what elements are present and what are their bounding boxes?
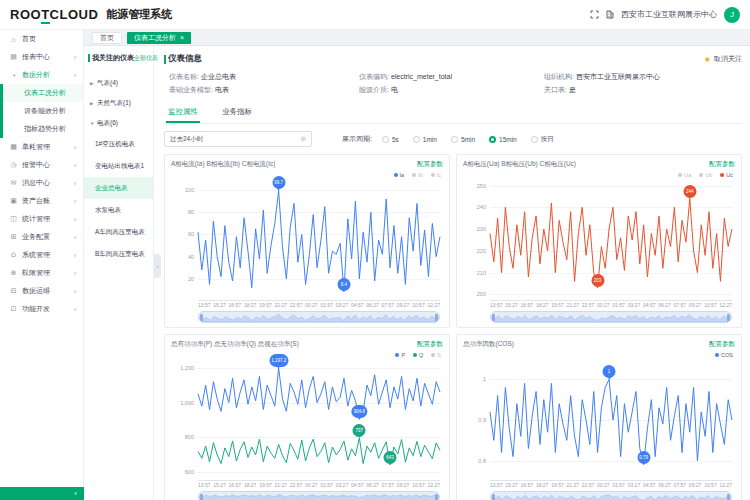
chevron-down-icon: ∨ bbox=[73, 270, 77, 276]
sidebar-item-indicator-trend[interactable]: 指标趋势分析 bbox=[3, 120, 83, 138]
building-icon bbox=[606, 10, 614, 19]
chart-header: A相电流(Ia) B相电流(Ib) C相电流(Ic)配置参数 bbox=[171, 159, 443, 170]
tab-meter-analysis[interactable]: 仪表工况分析 × bbox=[127, 32, 191, 44]
field-value: 是 bbox=[569, 86, 576, 93]
legend-item-Q[interactable]: Q bbox=[413, 352, 423, 358]
datazoom-slider[interactable] bbox=[490, 491, 732, 500]
legend-item-Ib[interactable]: Ib bbox=[412, 172, 423, 178]
legend-item-S[interactable]: S bbox=[431, 352, 441, 358]
green-bar bbox=[164, 55, 166, 64]
permission-icon: ⊕ bbox=[9, 269, 18, 277]
legend-item-Ua[interactable]: Ua bbox=[678, 172, 691, 178]
tree-leaf[interactable]: 变电站出线电表1 bbox=[84, 155, 153, 177]
avatar[interactable]: J bbox=[724, 7, 740, 23]
time-range-select[interactable]: 过去24小时 ⊗ bbox=[164, 131, 312, 147]
sidebar-item-system[interactable]: ⊙系统管理∨ bbox=[0, 246, 83, 264]
period-radio-5min[interactable]: 5min bbox=[451, 135, 475, 144]
period-radio-按日[interactable]: 按日 bbox=[531, 135, 554, 144]
configure-params-link[interactable]: 配置参数 bbox=[709, 340, 735, 349]
datazoom-handle-left[interactable] bbox=[200, 494, 203, 500]
sidebar-item-data-ops[interactable]: ⊟数据运维∨ bbox=[0, 282, 83, 300]
configure-params-link[interactable]: 配置参数 bbox=[417, 340, 443, 349]
configure-params-link[interactable]: 配置参数 bbox=[709, 160, 735, 169]
y-axis-label: 40 bbox=[171, 254, 194, 260]
period-radio-label: 按日 bbox=[541, 135, 554, 144]
period-radio-1min[interactable]: 1min bbox=[413, 135, 437, 144]
x-tick-label: 06:27 bbox=[366, 482, 379, 488]
tab-home[interactable]: 首页 bbox=[92, 32, 122, 44]
x-tick-label: 18:27 bbox=[244, 302, 257, 308]
sidebar-item-message-center[interactable]: ✉消息中心∨ bbox=[0, 174, 83, 192]
tree-leaf[interactable]: 1#空压机电表 bbox=[84, 133, 153, 155]
legend-item-P[interactable]: P bbox=[395, 352, 405, 358]
legend-item-Ia[interactable]: Ia bbox=[394, 172, 405, 178]
sidebar-item-unit-consumption[interactable]: ▦单耗管理∨ bbox=[0, 138, 83, 156]
datazoom-handle-right[interactable] bbox=[435, 494, 438, 500]
tab-business-metrics[interactable]: 业务指标 bbox=[220, 104, 254, 123]
datazoom-handle-left[interactable] bbox=[492, 494, 495, 500]
sidebar-item-asset-ledger[interactable]: ▣资产台账∨ bbox=[0, 192, 83, 210]
x-tick-label: 12:27 bbox=[719, 482, 732, 488]
datazoom-slider[interactable] bbox=[198, 491, 440, 500]
datazoom-slider[interactable] bbox=[490, 311, 732, 323]
sidebar-item-meter-condition[interactable]: 仪表工况分析 bbox=[3, 84, 83, 102]
x-tick-label: 07:57 bbox=[674, 482, 687, 488]
sidebar-item-label: 功能开发 bbox=[22, 304, 73, 314]
tree-group[interactable]: ▶天然气表(1) bbox=[88, 93, 150, 113]
sidebar-item-device-efficiency[interactable]: 设备能效分析 bbox=[3, 102, 83, 120]
period-radio-5s[interactable]: 5s bbox=[382, 135, 399, 144]
chart-legend: COS bbox=[463, 350, 733, 359]
field-label: 关口表: bbox=[544, 86, 569, 93]
legend-item-Uc[interactable]: Uc bbox=[720, 172, 733, 178]
chevron-down-icon: ∨ bbox=[73, 162, 77, 168]
configure-params-link[interactable]: 配置参数 bbox=[417, 160, 443, 169]
marker-pin-min: 8.4 bbox=[337, 278, 350, 291]
x-axis-labels: 13:5715:2716:5718:2719:5721:2722:5700:27… bbox=[198, 481, 440, 489]
chart-card-3: 总有功功率(P) 总无功功率(Q) 总视在功率(S)配置参数PQS1,2001,… bbox=[164, 334, 450, 500]
chart-plot: 250240230220210200244203 bbox=[490, 179, 732, 301]
sidebar-item-report-center[interactable]: ▤报表中心∨ bbox=[0, 48, 83, 66]
sidebar-item-permission[interactable]: ⊕权限管理∨ bbox=[0, 264, 83, 282]
marker-pin-max: 99.7 bbox=[272, 176, 285, 189]
period-radio-15min[interactable]: 15min bbox=[489, 135, 517, 144]
legend-dot bbox=[395, 353, 399, 357]
tree-group[interactable]: ▼电表(6) bbox=[88, 113, 150, 133]
x-tick-label: 01:57 bbox=[320, 302, 333, 308]
org-name[interactable]: 西安市工业互联网展示中心 bbox=[621, 9, 717, 20]
datazoom-handle-left[interactable] bbox=[492, 314, 495, 322]
tree-leaf[interactable]: 企业总电表 bbox=[84, 177, 153, 199]
datazoom-handle-right[interactable] bbox=[727, 314, 730, 322]
clear-icon[interactable]: ⊗ bbox=[300, 135, 306, 143]
sidebar-item-alarm-center[interactable]: ◷报警中心∨ bbox=[0, 156, 83, 174]
x-tick-label: 15:27 bbox=[505, 302, 518, 308]
marker-pin-max: 1,197.2 bbox=[269, 354, 288, 367]
tree-leaf[interactable]: B车间高压室电表 bbox=[84, 243, 153, 265]
sidebar-item-statistics[interactable]: ◫统计管理∨ bbox=[0, 210, 83, 228]
sidebar-collapse-bar[interactable]: ‹ bbox=[0, 487, 84, 500]
datazoom-handle-left[interactable] bbox=[200, 314, 203, 322]
panel-collapse-handle[interactable]: ‹ bbox=[154, 254, 161, 278]
datazoom-handle-right[interactable] bbox=[435, 314, 438, 322]
x-axis-labels: 13:5715:2716:5718:2719:5721:2722:5700:27… bbox=[198, 301, 440, 309]
legend-label: P bbox=[401, 352, 405, 358]
tree-leaf[interactable]: A车间高压室电表 bbox=[84, 221, 153, 243]
sidebar-item-home[interactable]: ⌂首页 bbox=[0, 30, 83, 48]
close-icon[interactable]: × bbox=[180, 34, 184, 41]
sidebar-item-business-config[interactable]: ⊞业务配置∨ bbox=[0, 228, 83, 246]
tree-group[interactable]: ▶气表(4) bbox=[88, 73, 150, 93]
unfollow-button[interactable]: ★ 取消关注 bbox=[704, 54, 742, 64]
sidebar-item-dev[interactable]: ⊡功能开发∨ bbox=[0, 300, 83, 318]
fullscreen-icon[interactable] bbox=[590, 10, 599, 19]
caret-down-icon[interactable]: ▼ bbox=[90, 121, 97, 126]
caret-right-icon[interactable]: ▶ bbox=[90, 81, 97, 86]
legend-item-Ic[interactable]: Ic bbox=[431, 172, 441, 178]
datazoom-slider[interactable] bbox=[198, 311, 440, 323]
legend-item-COS[interactable]: COS bbox=[715, 352, 733, 358]
caret-right-icon[interactable]: ▶ bbox=[90, 101, 97, 106]
tab-monitor-props[interactable]: 监控属性 bbox=[166, 104, 200, 123]
tree-leaf[interactable]: 水泵电表 bbox=[84, 199, 153, 221]
meter-info-field: 能源介质: 电 bbox=[359, 85, 544, 98]
legend-item-Ub[interactable]: Ub bbox=[699, 172, 712, 178]
datazoom-handle-right[interactable] bbox=[727, 494, 730, 500]
sidebar-item-data-analysis[interactable]: ◔数据分析∧ bbox=[0, 66, 83, 84]
